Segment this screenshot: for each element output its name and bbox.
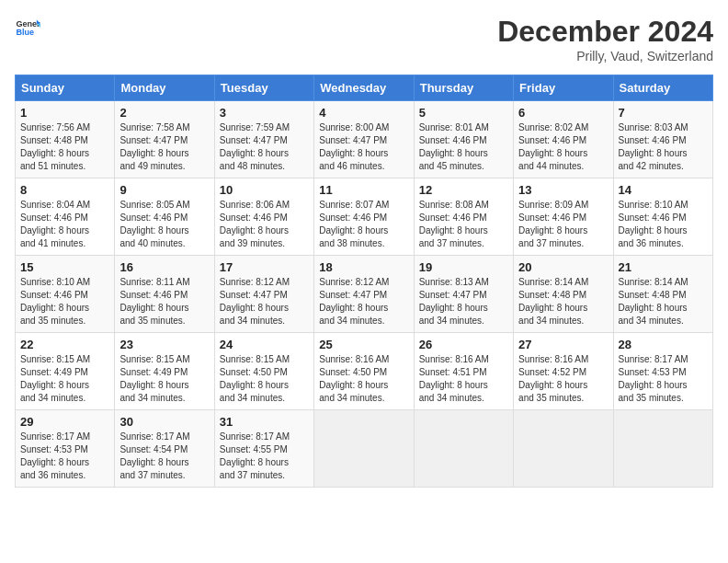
day-info: Sunrise: 7:59 AM Sunset: 4:47 PM Dayligh… (220, 121, 309, 173)
calendar-cell: 14Sunrise: 8:10 AM Sunset: 4:46 PM Dayli… (613, 178, 712, 256)
calendar-week-row: 15Sunrise: 8:10 AM Sunset: 4:46 PM Dayli… (16, 256, 713, 333)
day-info: Sunrise: 8:07 AM Sunset: 4:46 PM Dayligh… (319, 199, 408, 250)
calendar-cell: 4Sunrise: 8:00 AM Sunset: 4:47 PM Daylig… (314, 101, 414, 178)
calendar-cell: 15Sunrise: 8:10 AM Sunset: 4:46 PM Dayli… (16, 256, 115, 333)
calendar-cell: 29Sunrise: 8:17 AM Sunset: 4:53 PM Dayli… (16, 410, 115, 488)
calendar-cell: 27Sunrise: 8:16 AM Sunset: 4:52 PM Dayli… (514, 333, 613, 410)
day-of-week-header: Friday (514, 75, 613, 101)
day-number: 14 (619, 183, 708, 197)
calendar-cell (514, 410, 613, 488)
day-of-week-header: Monday (115, 75, 214, 101)
svg-text:Blue: Blue (16, 28, 34, 37)
calendar-cell: 9Sunrise: 8:05 AM Sunset: 4:46 PM Daylig… (115, 178, 214, 256)
day-number: 5 (419, 106, 508, 120)
day-number: 9 (119, 183, 209, 197)
calendar-header-row: SundayMondayTuesdayWednesdayThursdayFrid… (16, 75, 713, 101)
calendar-cell: 10Sunrise: 8:06 AM Sunset: 4:46 PM Dayli… (214, 178, 313, 256)
location-subtitle: Prilly, Vaud, Switzerland (497, 49, 713, 63)
day-number: 7 (619, 106, 708, 120)
calendar-cell: 28Sunrise: 8:17 AM Sunset: 4:53 PM Dayli… (613, 333, 712, 410)
calendar-cell: 18Sunrise: 8:12 AM Sunset: 4:47 PM Dayli… (314, 256, 414, 333)
day-of-week-header: Wednesday (314, 75, 414, 101)
calendar-cell (414, 410, 513, 488)
day-info: Sunrise: 8:14 AM Sunset: 4:48 PM Dayligh… (518, 276, 608, 327)
calendar-cell: 17Sunrise: 8:12 AM Sunset: 4:47 PM Dayli… (214, 256, 313, 333)
day-number: 31 (220, 415, 309, 429)
day-of-week-header: Saturday (613, 75, 712, 101)
calendar-cell: 31Sunrise: 8:17 AM Sunset: 4:55 PM Dayli… (214, 410, 313, 488)
calendar-cell (314, 410, 414, 488)
calendar-cell: 22Sunrise: 8:15 AM Sunset: 4:49 PM Dayli… (16, 333, 115, 410)
calendar-cell (613, 410, 712, 488)
logo: General Blue (15, 15, 40, 40)
calendar-cell: 11Sunrise: 8:07 AM Sunset: 4:46 PM Dayli… (314, 178, 414, 256)
day-number: 28 (619, 338, 708, 351)
day-info: Sunrise: 8:10 AM Sunset: 4:46 PM Dayligh… (20, 276, 109, 327)
calendar-cell: 6Sunrise: 8:02 AM Sunset: 4:46 PM Daylig… (514, 101, 613, 178)
day-number: 13 (518, 183, 608, 197)
calendar-cell: 21Sunrise: 8:14 AM Sunset: 4:48 PM Dayli… (613, 256, 712, 333)
title-block: December 2024 Prilly, Vaud, Switzerland (497, 15, 713, 63)
day-of-week-header: Tuesday (214, 75, 313, 101)
day-info: Sunrise: 8:05 AM Sunset: 4:46 PM Dayligh… (119, 199, 209, 250)
calendar-cell: 25Sunrise: 8:16 AM Sunset: 4:50 PM Dayli… (314, 333, 414, 410)
day-number: 3 (220, 106, 309, 120)
calendar-cell: 30Sunrise: 8:17 AM Sunset: 4:54 PM Dayli… (115, 410, 214, 488)
calendar-cell: 24Sunrise: 8:15 AM Sunset: 4:50 PM Dayli… (214, 333, 313, 410)
day-number: 6 (518, 106, 608, 120)
calendar-week-row: 1Sunrise: 7:56 AM Sunset: 4:48 PM Daylig… (16, 101, 713, 178)
day-info: Sunrise: 8:17 AM Sunset: 4:53 PM Dayligh… (619, 353, 708, 405)
day-number: 18 (319, 260, 408, 274)
calendar-cell: 16Sunrise: 8:11 AM Sunset: 4:46 PM Dayli… (115, 256, 214, 333)
day-info: Sunrise: 8:17 AM Sunset: 4:54 PM Dayligh… (119, 431, 209, 482)
day-number: 20 (518, 260, 608, 274)
day-info: Sunrise: 7:58 AM Sunset: 4:47 PM Dayligh… (119, 121, 209, 173)
day-info: Sunrise: 8:15 AM Sunset: 4:49 PM Dayligh… (20, 353, 109, 405)
calendar-cell: 7Sunrise: 8:03 AM Sunset: 4:46 PM Daylig… (613, 101, 712, 178)
day-info: Sunrise: 8:16 AM Sunset: 4:51 PM Dayligh… (419, 353, 508, 405)
day-info: Sunrise: 8:09 AM Sunset: 4:46 PM Dayligh… (518, 199, 608, 250)
day-number: 25 (319, 338, 408, 351)
calendar-cell: 3Sunrise: 7:59 AM Sunset: 4:47 PM Daylig… (214, 101, 313, 178)
day-info: Sunrise: 8:15 AM Sunset: 4:50 PM Dayligh… (220, 353, 309, 405)
day-info: Sunrise: 8:12 AM Sunset: 4:47 PM Dayligh… (319, 276, 408, 327)
day-number: 23 (119, 338, 209, 351)
page-header: General Blue December 2024 Prilly, Vaud,… (15, 15, 713, 63)
day-info: Sunrise: 8:12 AM Sunset: 4:47 PM Dayligh… (220, 276, 309, 327)
day-number: 22 (20, 338, 109, 351)
day-number: 12 (419, 183, 508, 197)
day-number: 8 (20, 183, 109, 197)
day-info: Sunrise: 8:15 AM Sunset: 4:49 PM Dayligh… (119, 353, 209, 405)
day-info: Sunrise: 8:01 AM Sunset: 4:46 PM Dayligh… (419, 121, 508, 173)
day-info: Sunrise: 8:14 AM Sunset: 4:48 PM Dayligh… (619, 276, 708, 327)
day-number: 16 (119, 260, 209, 274)
day-number: 29 (20, 415, 109, 429)
calendar-cell: 8Sunrise: 8:04 AM Sunset: 4:46 PM Daylig… (16, 178, 115, 256)
day-info: Sunrise: 8:16 AM Sunset: 4:52 PM Dayligh… (518, 353, 608, 405)
calendar-cell: 19Sunrise: 8:13 AM Sunset: 4:47 PM Dayli… (414, 256, 513, 333)
day-number: 21 (619, 260, 708, 274)
day-number: 19 (419, 260, 508, 274)
day-info: Sunrise: 8:10 AM Sunset: 4:46 PM Dayligh… (619, 199, 708, 250)
day-number: 4 (319, 106, 408, 120)
calendar-cell: 1Sunrise: 7:56 AM Sunset: 4:48 PM Daylig… (16, 101, 115, 178)
calendar-cell: 12Sunrise: 8:08 AM Sunset: 4:46 PM Dayli… (414, 178, 513, 256)
calendar-cell: 5Sunrise: 8:01 AM Sunset: 4:46 PM Daylig… (414, 101, 513, 178)
calendar-cell: 23Sunrise: 8:15 AM Sunset: 4:49 PM Dayli… (115, 333, 214, 410)
calendar-week-row: 22Sunrise: 8:15 AM Sunset: 4:49 PM Dayli… (16, 333, 713, 410)
day-number: 17 (220, 260, 309, 274)
calendar-cell: 2Sunrise: 7:58 AM Sunset: 4:47 PM Daylig… (115, 101, 214, 178)
day-number: 30 (119, 415, 209, 429)
calendar-cell: 20Sunrise: 8:14 AM Sunset: 4:48 PM Dayli… (514, 256, 613, 333)
day-number: 26 (419, 338, 508, 351)
day-info: Sunrise: 8:06 AM Sunset: 4:46 PM Dayligh… (220, 199, 309, 250)
day-of-week-header: Sunday (16, 75, 115, 101)
day-info: Sunrise: 8:00 AM Sunset: 4:47 PM Dayligh… (319, 121, 408, 173)
day-info: Sunrise: 8:04 AM Sunset: 4:46 PM Dayligh… (20, 199, 109, 250)
month-title: December 2024 (497, 15, 713, 49)
calendar-week-row: 29Sunrise: 8:17 AM Sunset: 4:53 PM Dayli… (16, 410, 713, 488)
day-info: Sunrise: 8:16 AM Sunset: 4:50 PM Dayligh… (319, 353, 408, 405)
day-info: Sunrise: 8:08 AM Sunset: 4:46 PM Dayligh… (419, 199, 508, 250)
day-info: Sunrise: 8:03 AM Sunset: 4:46 PM Dayligh… (619, 121, 708, 173)
day-number: 27 (518, 338, 608, 351)
